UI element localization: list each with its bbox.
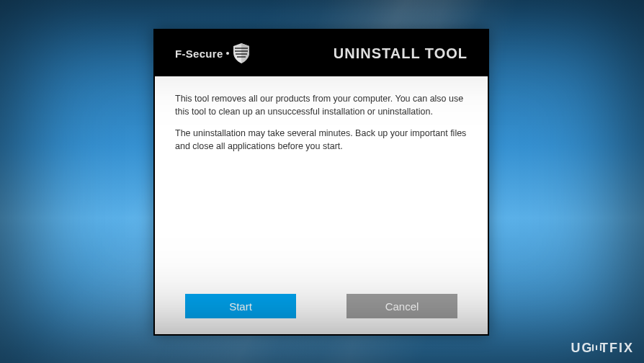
shield-icon bbox=[232, 42, 251, 64]
brand-name: F-Secure bbox=[175, 48, 223, 60]
brand-dot-icon bbox=[226, 52, 229, 55]
cancel-button[interactable]: Cancel bbox=[346, 294, 457, 318]
dialog-body: This tool removes all our products from … bbox=[155, 76, 488, 178]
start-button[interactable]: Start bbox=[185, 294, 296, 318]
description-paragraph-1: This tool removes all our products from … bbox=[175, 92, 468, 118]
description-paragraph-2: The uninstallation may take several minu… bbox=[175, 127, 468, 153]
dialog-header: F-Secure UNINSTALL TOOL bbox=[155, 30, 488, 76]
dialog-title: UNINSTALL TOOL bbox=[334, 45, 468, 62]
brand-logo: F-Secure bbox=[175, 42, 251, 64]
uninstall-tool-dialog: F-Secure UNINSTALL TOOL This tool remove… bbox=[153, 29, 489, 336]
dialog-footer: Start Cancel bbox=[155, 294, 488, 318]
watermark: UGΞTFIX bbox=[571, 341, 634, 356]
